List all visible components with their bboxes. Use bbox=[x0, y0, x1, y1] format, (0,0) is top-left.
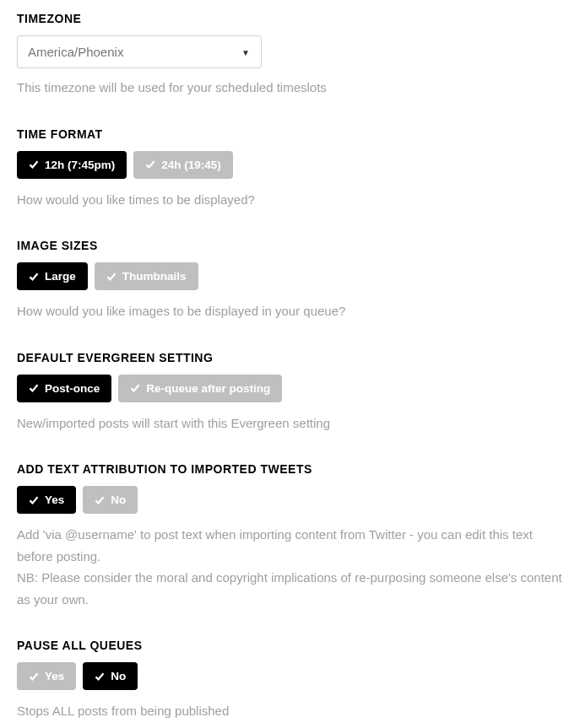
option-24h-label: 24h (19:45) bbox=[161, 159, 221, 171]
attribution-options: Yes No bbox=[17, 486, 563, 514]
option-large[interactable]: Large bbox=[17, 262, 88, 290]
option-post-once-label: Post-once bbox=[45, 382, 100, 395]
section-pause: PAUSE ALL QUEUES Yes No Stops ALL posts … bbox=[17, 639, 563, 722]
label-attribution: ADD TEXT ATTRIBUTION TO IMPORTED TWEETS bbox=[17, 462, 563, 476]
option-requeue[interactable]: Re-queue after posting bbox=[118, 375, 282, 402]
helper-attribution-1: Add 'via @username' to post text when im… bbox=[17, 524, 563, 567]
section-time-format: TIME FORMAT 12h (7:45pm) 24h (19:45) How… bbox=[17, 127, 563, 211]
option-24h[interactable]: 24h (19:45) bbox=[133, 151, 233, 179]
image-sizes-options: Large Thumbnails bbox=[17, 262, 563, 290]
check-icon bbox=[130, 383, 140, 393]
check-icon bbox=[29, 495, 39, 505]
check-icon bbox=[29, 159, 39, 170]
check-icon bbox=[106, 272, 117, 282]
helper-pause: Stops ALL posts from being published bbox=[17, 700, 563, 722]
option-pause-no-label: No bbox=[111, 670, 126, 682]
label-time-format: TIME FORMAT bbox=[17, 127, 563, 141]
option-requeue-label: Re-queue after posting bbox=[146, 382, 270, 395]
helper-attribution-2: NB: Please consider the moral and copyri… bbox=[17, 567, 563, 610]
option-thumbnails-label: Thumbnails bbox=[122, 270, 187, 283]
option-post-once[interactable]: Post-once bbox=[17, 375, 111, 402]
check-icon bbox=[145, 159, 155, 170]
option-12h[interactable]: 12h (7:45pm) bbox=[17, 151, 127, 179]
pause-options: Yes No bbox=[17, 662, 563, 690]
option-pause-yes-label: Yes bbox=[45, 670, 64, 682]
option-attribution-yes[interactable]: Yes bbox=[17, 486, 76, 514]
check-icon bbox=[29, 671, 39, 682]
label-image-sizes: IMAGE SIZES bbox=[17, 239, 563, 252]
evergreen-options: Post-once Re-queue after posting bbox=[17, 375, 563, 402]
section-attribution: ADD TEXT ATTRIBUTION TO IMPORTED TWEETS … bbox=[17, 462, 563, 610]
label-timezone: TIMEZONE bbox=[17, 12, 563, 25]
option-attribution-yes-label: Yes bbox=[45, 493, 64, 506]
section-timezone: TIMEZONE ▼ This timezone will be used fo… bbox=[17, 12, 563, 99]
check-icon bbox=[29, 272, 39, 282]
timezone-select[interactable] bbox=[17, 35, 262, 68]
helper-evergreen: New/imported posts will start with this … bbox=[17, 413, 563, 434]
check-icon bbox=[95, 495, 105, 505]
helper-timezone: This timezone will be used for your sche… bbox=[17, 77, 563, 99]
label-evergreen: DEFAULT EVERGREEN SETTING bbox=[17, 351, 563, 364]
helper-time-format: How would you like times to be displayed… bbox=[17, 189, 563, 211]
option-12h-label: 12h (7:45pm) bbox=[45, 159, 115, 171]
helper-image-sizes: How would you like images to be displaye… bbox=[17, 300, 563, 322]
option-pause-yes[interactable]: Yes bbox=[17, 662, 76, 690]
label-pause: PAUSE ALL QUEUES bbox=[17, 639, 563, 652]
option-thumbnails[interactable]: Thumbnails bbox=[95, 262, 198, 290]
time-format-options: 12h (7:45pm) 24h (19:45) bbox=[17, 151, 563, 179]
option-pause-no[interactable]: No bbox=[83, 662, 138, 690]
section-evergreen: DEFAULT EVERGREEN SETTING Post-once Re-q… bbox=[17, 351, 563, 434]
check-icon bbox=[29, 383, 39, 393]
option-attribution-no[interactable]: No bbox=[83, 486, 138, 514]
option-attribution-no-label: No bbox=[111, 493, 126, 506]
section-image-sizes: IMAGE SIZES Large Thumbnails How would y… bbox=[17, 239, 563, 322]
timezone-select-wrap: ▼ bbox=[17, 35, 262, 68]
check-icon bbox=[95, 671, 105, 682]
option-large-label: Large bbox=[45, 270, 76, 283]
